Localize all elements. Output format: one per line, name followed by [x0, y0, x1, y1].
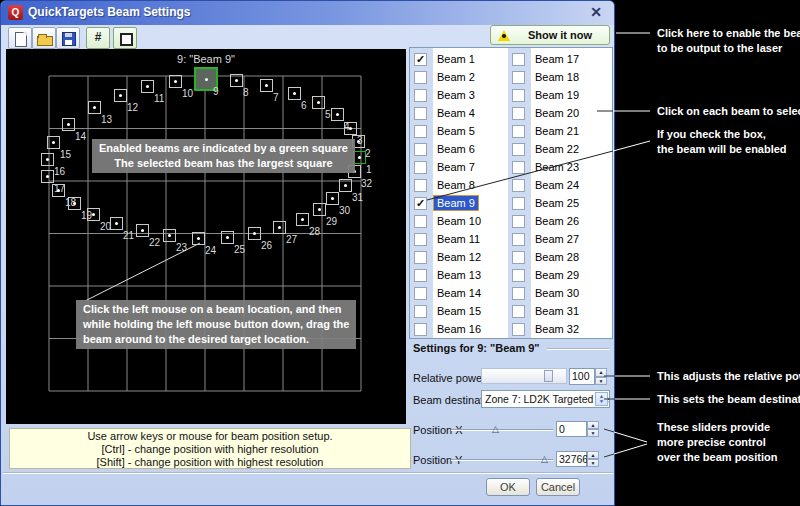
beam-square[interactable] — [136, 224, 149, 237]
beam-row-label[interactable]: Beam 20 — [532, 106, 582, 120]
spin-down-icon[interactable]: ▼ — [595, 377, 607, 386]
beam-list-row[interactable]: ✓Beam 9 — [410, 194, 508, 212]
beam-square[interactable] — [288, 87, 301, 100]
beam-row-label[interactable]: Beam 15 — [434, 304, 484, 318]
beam-checkbox[interactable] — [512, 71, 525, 84]
position-x-value[interactable]: 0 — [556, 421, 587, 437]
beam-list-row[interactable]: Beam 7 — [410, 158, 508, 176]
beam-row-label[interactable]: Beam 9 — [434, 196, 478, 210]
beam-checkbox[interactable] — [414, 251, 427, 264]
beam-row-label[interactable]: Beam 27 — [532, 232, 582, 246]
beam-row-label[interactable]: Beam 4 — [434, 106, 478, 120]
beam-list-row[interactable]: Beam 18 — [508, 68, 606, 86]
beam-row-label[interactable]: Beam 2 — [434, 70, 478, 84]
beam-square[interactable] — [169, 75, 182, 88]
beam-checkbox[interactable] — [512, 233, 525, 246]
beam-list-row[interactable]: Beam 31 — [508, 302, 606, 320]
close-icon[interactable]: ✕ — [586, 3, 606, 22]
beam-square[interactable] — [110, 217, 123, 230]
beam-list-row[interactable]: Beam 25 — [508, 194, 606, 212]
beam-checkbox[interactable] — [414, 179, 427, 192]
beam-list-row[interactable]: Beam 10 — [410, 212, 508, 230]
beam-square[interactable] — [192, 232, 205, 245]
beam-row-label[interactable]: Beam 7 — [434, 160, 478, 174]
beam-list-row[interactable]: Beam 17 — [508, 50, 606, 68]
beam-square[interactable] — [62, 118, 75, 131]
beam-checkbox[interactable] — [512, 323, 525, 336]
beam-row-label[interactable]: Beam 31 — [532, 304, 582, 318]
beam-checkbox[interactable] — [414, 161, 427, 174]
position-x-spinner[interactable]: ▲ ▼ — [587, 421, 599, 437]
beam-list-row[interactable]: Beam 16 — [410, 320, 508, 338]
save-file-button[interactable] — [56, 27, 80, 49]
beam-list-row[interactable]: Beam 14 — [410, 284, 508, 302]
spin-up-icon[interactable]: ▲ — [587, 451, 599, 459]
beam-list-row[interactable]: Beam 29 — [508, 266, 606, 284]
beam-checkbox[interactable] — [512, 143, 525, 156]
combo-arrows-icon[interactable]: ▲▼ — [595, 392, 608, 406]
beam-square[interactable] — [230, 74, 243, 87]
beam-list-row[interactable]: Beam 26 — [508, 212, 606, 230]
beam-checkbox[interactable] — [414, 233, 427, 246]
beam-list-row[interactable]: Beam 6 — [410, 140, 508, 158]
beam-list-row[interactable]: Beam 24 — [508, 176, 606, 194]
beam-checkbox[interactable] — [414, 215, 427, 228]
beam-checkbox[interactable] — [414, 89, 427, 102]
spin-down-icon[interactable]: ▼ — [587, 429, 599, 437]
beam-square[interactable] — [141, 80, 154, 93]
spin-down-icon[interactable]: ▼ — [587, 459, 599, 467]
beam-row-label[interactable]: Beam 6 — [434, 142, 478, 156]
beam-row-label[interactable]: Beam 32 — [532, 322, 582, 336]
beam-square[interactable] — [41, 153, 54, 166]
beam-square[interactable] — [68, 197, 81, 210]
beam-destination-select[interactable]: Zone 7: LD2K Targeted Be ▲▼ — [481, 390, 610, 408]
beam-list-row[interactable]: Beam 3 — [410, 86, 508, 104]
beam-checkbox[interactable] — [512, 251, 525, 264]
position-y-value[interactable]: 32766 — [556, 451, 587, 467]
show-it-now-button[interactable]: Show it now — [490, 25, 610, 45]
relative-power-value[interactable]: 100 — [569, 368, 595, 385]
beam-list-row[interactable]: Beam 11 — [410, 230, 508, 248]
beam-row-label[interactable]: Beam 30 — [532, 286, 582, 300]
beam-row-label[interactable]: Beam 24 — [532, 178, 582, 192]
spin-up-icon[interactable]: ▲ — [595, 368, 607, 377]
beam-list-row[interactable]: Beam 30 — [508, 284, 606, 302]
beam-row-label[interactable]: Beam 18 — [532, 70, 582, 84]
beam-row-label[interactable]: Beam 28 — [532, 250, 582, 264]
beam-list-row[interactable]: Beam 28 — [508, 248, 606, 266]
beam-list-row[interactable]: Beam 2 — [410, 68, 508, 86]
beam-checkbox[interactable] — [512, 287, 525, 300]
beam-list-row[interactable]: Beam 15 — [410, 302, 508, 320]
beam-list-row[interactable]: Beam 32 — [508, 320, 606, 338]
beam-row-label[interactable]: Beam 13 — [434, 268, 484, 282]
new-file-button[interactable] — [8, 27, 32, 49]
beam-row-label[interactable]: Beam 14 — [434, 286, 484, 300]
position-y-spinner[interactable]: ▲ ▼ — [587, 451, 599, 467]
beam-checkbox[interactable] — [512, 305, 525, 318]
beam-list-row[interactable]: Beam 4 — [410, 104, 508, 122]
cancel-button[interactable]: Cancel — [536, 478, 580, 496]
beam-row-label[interactable]: Beam 22 — [532, 142, 582, 156]
beam-list-row[interactable]: Beam 21 — [508, 122, 606, 140]
relative-power-slider[interactable] — [481, 368, 567, 384]
beam-checkbox[interactable] — [512, 197, 525, 210]
beam-row-label[interactable]: Beam 29 — [532, 268, 582, 282]
beam-row-label[interactable]: Beam 8 — [434, 178, 478, 192]
position-y-thumb[interactable]: △ — [541, 455, 548, 464]
beam-row-label[interactable]: Beam 3 — [434, 88, 478, 102]
beam-square[interactable] — [260, 79, 273, 92]
beam-square[interactable] — [41, 170, 54, 183]
beam-checkbox[interactable]: ✓ — [414, 53, 427, 66]
beam-checkbox[interactable] — [512, 107, 525, 120]
beam-row-label[interactable]: Beam 23 — [532, 160, 582, 174]
beam-row-label[interactable]: Beam 25 — [532, 196, 582, 210]
beam-list-row[interactable]: Beam 12 — [410, 248, 508, 266]
beam-row-label[interactable]: Beam 12 — [434, 250, 484, 264]
beam-checkbox[interactable] — [414, 305, 427, 318]
beam-list-row[interactable]: Beam 22 — [508, 140, 606, 158]
open-file-button[interactable] — [32, 27, 56, 49]
grid-numbers-button[interactable]: # — [86, 27, 110, 49]
beam-list-row[interactable]: Beam 5 — [410, 122, 508, 140]
beam-row-label[interactable]: Beam 17 — [532, 52, 582, 66]
beam-square[interactable] — [326, 192, 339, 205]
